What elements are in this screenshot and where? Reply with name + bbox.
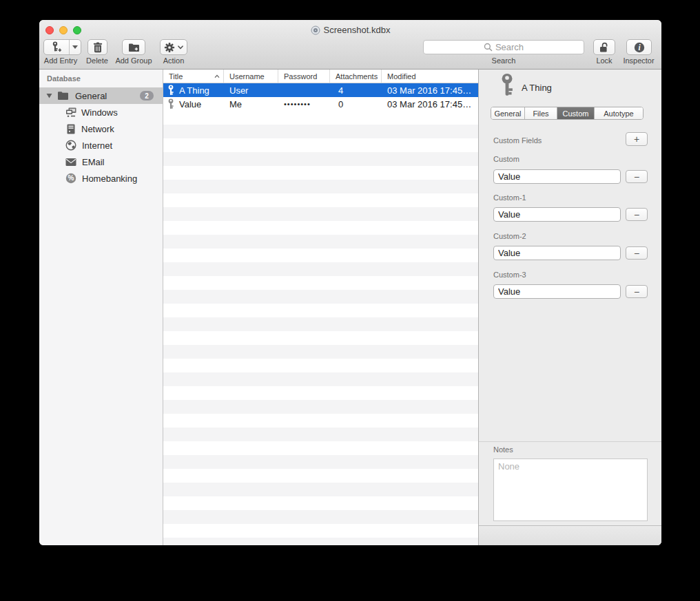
- entry-title: A Thing: [179, 85, 209, 96]
- custom-field-input[interactable]: [493, 284, 621, 299]
- notes-heading: Notes: [493, 445, 513, 454]
- table-empty-rows: [163, 111, 478, 545]
- add-entry-label: Add Entry: [44, 56, 77, 65]
- key-plus-icon: [51, 41, 63, 53]
- document-proxy-icon: [311, 25, 320, 35]
- lock-open-icon: [599, 42, 609, 53]
- entry-username: User: [224, 83, 278, 97]
- entry-attachments: 4: [330, 83, 382, 97]
- inspector-panel: A Thing General Files Custom Autotype Cu…: [479, 70, 661, 545]
- entry-password: [278, 83, 330, 97]
- envelope-icon: [65, 158, 76, 167]
- entry-count-badge: 2: [140, 91, 154, 101]
- add-custom-field-button[interactable]: +: [626, 132, 648, 146]
- entry-attachments: 0: [330, 97, 382, 111]
- search-input[interactable]: Search: [423, 40, 584, 54]
- gear-icon: [164, 42, 175, 53]
- custom-field-input[interactable]: [493, 207, 621, 222]
- sidebar-item-label: General: [75, 91, 107, 101]
- custom-fields-heading: Custom Fields: [493, 136, 542, 145]
- sidebar-item-network[interactable]: Network: [39, 120, 163, 137]
- add-group-label: Add Group: [115, 56, 152, 65]
- disclosure-triangle-icon[interactable]: [46, 93, 52, 98]
- search-icon: [484, 43, 493, 52]
- dropdown-arrow-icon: [72, 45, 78, 49]
- custom-field-label: Custom-3: [493, 271, 526, 279]
- sidebar-item-homebanking[interactable]: % Homebanking: [39, 170, 163, 187]
- add-entry-button[interactable]: [43, 39, 81, 55]
- sidebar-item-label: Internet: [82, 140, 112, 151]
- key-icon: [167, 98, 174, 109]
- sidebar-item-label: Network: [81, 124, 114, 134]
- entry-password: ••••••••: [278, 97, 330, 111]
- entry-title: Value: [179, 99, 201, 109]
- windows-network-icon: [65, 107, 76, 118]
- entry-key-icon: [500, 73, 515, 97]
- titlebar-toolbar: Screenshot.kdbx Add Entry Delete Add Gr: [39, 20, 661, 70]
- sidebar-header: Database: [47, 74, 81, 83]
- info-icon: i: [634, 42, 645, 53]
- tab-custom[interactable]: Custom: [557, 107, 595, 119]
- entry-table: Title Username Password Attachments Modi…: [163, 70, 479, 545]
- divider: [479, 441, 661, 442]
- app-window: Screenshot.kdbx Add Entry Delete Add Gr: [39, 20, 661, 545]
- remove-custom-field-button[interactable]: −: [626, 285, 648, 298]
- sort-ascending-icon: [214, 74, 220, 78]
- column-header-attachments[interactable]: Attachments: [330, 70, 382, 83]
- custom-field-label: Custom: [493, 155, 519, 163]
- inspector-button[interactable]: i: [626, 39, 652, 55]
- sidebar-item-email[interactable]: EMail: [39, 154, 163, 170]
- delete-label: Delete: [86, 56, 108, 65]
- sidebar-item-windows[interactable]: Windows: [39, 104, 163, 120]
- custom-field-input[interactable]: [493, 169, 621, 184]
- server-icon: [66, 124, 76, 134]
- action-button[interactable]: [160, 39, 187, 55]
- table-row[interactable]: Value Me •••••••• 0 03 Mar 2016 17:45…: [163, 97, 478, 111]
- lock-button[interactable]: [593, 39, 615, 55]
- add-group-button[interactable]: [122, 39, 145, 55]
- inspector-entry-title: A Thing: [522, 83, 552, 93]
- lock-label: Lock: [596, 56, 612, 65]
- entry-username: Me: [224, 97, 278, 111]
- tab-general[interactable]: General: [491, 107, 525, 119]
- tab-autotype[interactable]: Autotype: [595, 107, 643, 119]
- globe-icon: [65, 140, 76, 151]
- search-placeholder: Search: [495, 42, 524, 52]
- table-header: Title Username Password Attachments Modi…: [163, 70, 478, 83]
- custom-field-label: Custom-1: [493, 193, 526, 202]
- column-header-title[interactable]: Title: [163, 70, 224, 83]
- column-header-username[interactable]: Username: [224, 70, 278, 83]
- custom-field-label: Custom-2: [493, 232, 526, 240]
- remove-custom-field-button[interactable]: −: [626, 170, 648, 183]
- trash-icon: [93, 42, 103, 53]
- inspector-footer: [479, 525, 661, 545]
- action-label: Action: [163, 56, 185, 65]
- sidebar-item-label: Windows: [81, 107, 118, 118]
- chevron-down-icon: [178, 45, 183, 50]
- sidebar: Database General 2 Windows: [39, 70, 163, 545]
- column-header-modified[interactable]: Modified: [382, 70, 478, 83]
- key-icon: [167, 85, 174, 96]
- table-row[interactable]: A Thing User 4 03 Mar 2016 17:45…: [163, 83, 478, 97]
- sidebar-item-label: Homebanking: [82, 173, 137, 184]
- remove-custom-field-button[interactable]: −: [626, 208, 648, 221]
- entry-modified: 03 Mar 2016 17:45…: [382, 97, 478, 111]
- tab-files[interactable]: Files: [525, 107, 557, 119]
- inspector-label: Inspector: [623, 56, 654, 65]
- window-title: Screenshot.kdbx: [324, 25, 391, 35]
- remove-custom-field-button[interactable]: −: [626, 246, 648, 260]
- search-label: Search: [492, 56, 516, 65]
- delete-button[interactable]: [88, 39, 107, 55]
- folder-plus-icon: [128, 43, 140, 52]
- notes-textarea[interactable]: [493, 458, 648, 521]
- column-header-password[interactable]: Password: [278, 70, 330, 83]
- sidebar-item-label: EMail: [82, 157, 105, 167]
- sidebar-item-internet[interactable]: Internet: [39, 137, 163, 154]
- add-entry-dropdown[interactable]: [69, 40, 81, 54]
- folder-icon: [57, 91, 69, 101]
- entry-modified: 03 Mar 2016 17:45…: [382, 83, 478, 97]
- sidebar-item-general[interactable]: General 2: [39, 87, 163, 104]
- percent-icon: %: [65, 173, 76, 184]
- custom-field-input[interactable]: [493, 246, 621, 260]
- svg-text:%: %: [68, 174, 74, 182]
